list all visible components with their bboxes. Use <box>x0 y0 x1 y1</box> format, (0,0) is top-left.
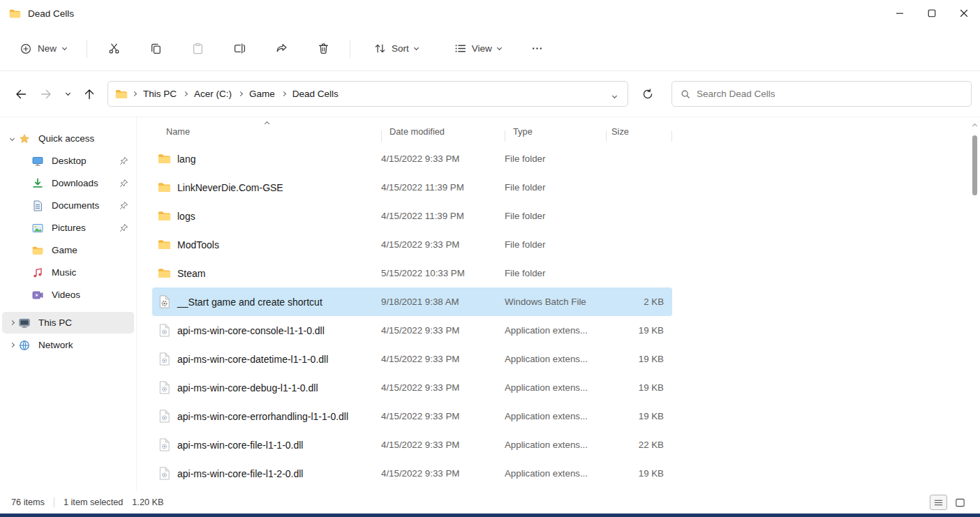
title-bar-left: Dead Cells <box>0 8 74 20</box>
address-row: This PC Acer (C:) Game Dead Cells <box>0 71 980 117</box>
scrollbar[interactable] <box>970 117 980 491</box>
file-date-modified: 4/15/2022 11:39 PM <box>381 182 505 193</box>
large-icons-view-button[interactable] <box>951 495 969 510</box>
more-options-button[interactable] <box>524 35 551 63</box>
selection-size: 1.20 KB <box>132 497 163 507</box>
address-bar[interactable]: This PC Acer (C:) Game Dead Cells <box>107 81 628 107</box>
details-view-button[interactable] <box>930 495 947 510</box>
sidebar-this-pc[interactable]: This PC <box>2 312 134 334</box>
file-row[interactable]: api-ms-win-core-console-l1-1-0.dll 4/15/… <box>152 316 672 345</box>
cut-icon <box>108 43 120 54</box>
minimize-button[interactable] <box>884 0 916 27</box>
refresh-button[interactable] <box>635 82 660 107</box>
file-row[interactable]: api-ms-win-core-debug-l1-1-0.dll 4/15/20… <box>152 373 672 402</box>
column-header-name[interactable]: Name <box>152 126 381 137</box>
chevron-down-icon <box>612 93 617 98</box>
copy-button[interactable] <box>142 35 170 63</box>
toolbar-divider <box>87 40 87 58</box>
file-type: Application extens... <box>505 382 606 393</box>
file-size: 19 KB <box>606 325 672 336</box>
close-icon <box>958 8 970 19</box>
view-button-label: View <box>472 43 492 54</box>
recent-locations-button[interactable] <box>59 82 77 107</box>
paste-icon <box>192 43 204 54</box>
file-type: File folder <box>505 239 606 250</box>
column-header-date-modified[interactable]: Date modified <box>381 126 505 137</box>
column-header-size[interactable]: Size <box>606 126 672 137</box>
sidebar-item[interactable]: Game <box>2 239 134 261</box>
file-row[interactable]: LinkNeverDie.Com-GSE 4/15/2022 11:39 PM … <box>152 173 672 202</box>
sidebar-quick-access[interactable]: Quick access <box>2 128 134 149</box>
rename-icon <box>234 43 246 54</box>
sidebar-item[interactable]: Music <box>2 262 134 283</box>
file-row[interactable]: api-ms-win-core-file-l1-1-0.dll 4/15/202… <box>152 430 672 459</box>
file-row[interactable]: logs 4/15/2022 11:39 PM File folder <box>152 202 672 230</box>
file-row[interactable]: api-ms-win-core-file-l1-2-0.dll 4/15/202… <box>152 459 672 488</box>
column-header-type[interactable]: Type <box>505 126 606 137</box>
share-button[interactable] <box>267 35 295 63</box>
file-row[interactable]: __Start game and create shortcut 9/18/20… <box>152 287 672 316</box>
file-row[interactable]: api-ms-win-core-errorhandling-l1-1-0.dll… <box>152 402 672 430</box>
sidebar-network[interactable]: Network <box>2 334 134 356</box>
sidebar-item-label: Music <box>52 267 76 278</box>
paste-button[interactable] <box>184 35 211 63</box>
trash-icon <box>318 43 329 54</box>
sort-button[interactable]: Sort <box>366 36 426 61</box>
chevron-right-icon[interactable] <box>10 320 15 325</box>
back-button[interactable] <box>8 82 34 107</box>
new-button[interactable]: New <box>11 37 75 61</box>
file-icon <box>158 295 171 308</box>
pin-icon <box>119 201 128 210</box>
address-dropdown-button[interactable] <box>609 89 621 100</box>
breadcrumb-item[interactable]: Acer (C:) <box>179 86 234 102</box>
file-row[interactable]: Steam 5/15/2022 10:33 PM File folder <box>152 259 672 287</box>
sidebar-item-label: Documents <box>52 200 99 211</box>
search-input[interactable] <box>697 89 963 99</box>
sidebar-item-label: Videos <box>52 290 80 300</box>
plus-circle-icon <box>20 43 31 54</box>
breadcrumb-item[interactable]: Dead Cells <box>277 86 341 102</box>
file-name-cell: api-ms-win-core-errorhandling-l1-1-0.dll <box>152 410 381 423</box>
taskbar-edge <box>0 514 980 517</box>
maximize-button[interactable] <box>916 0 948 27</box>
forward-button[interactable] <box>34 82 59 107</box>
file-type: File folder <box>505 182 606 193</box>
scroll-up-icon[interactable] <box>972 123 977 128</box>
scrollbar-thumb[interactable] <box>972 135 977 195</box>
file-type: Application extens... <box>505 354 606 364</box>
sidebar-item[interactable]: Desktop <box>2 150 134 172</box>
breadcrumb-item[interactable]: Game <box>234 86 277 102</box>
cut-button[interactable] <box>100 35 128 63</box>
chevron-right-icon <box>132 91 137 96</box>
file-name-cell: api-ms-win-core-file-l1-2-0.dll <box>152 467 381 480</box>
file-date-modified: 4/15/2022 11:39 PM <box>381 211 505 221</box>
file-icon <box>158 209 171 223</box>
file-name: api-ms-win-core-file-l1-2-0.dll <box>177 468 303 479</box>
file-row[interactable]: lang 4/15/2022 9:33 PM File folder <box>152 144 672 173</box>
status-bar: 76 items 1 item selected 1.20 KB <box>0 491 980 514</box>
breadcrumb-item[interactable]: This PC <box>128 86 179 102</box>
delete-button[interactable] <box>309 35 337 63</box>
file-name-cell: logs <box>152 209 381 223</box>
file-name-cell: lang <box>152 152 381 165</box>
view-button[interactable]: View <box>446 36 510 61</box>
sidebar-item[interactable]: Downloads <box>2 172 134 194</box>
sidebar-item-label: Downloads <box>52 178 98 188</box>
sidebar-item[interactable]: Videos <box>2 284 134 306</box>
file-name-cell: api-ms-win-core-file-l1-1-0.dll <box>152 438 381 451</box>
sidebar-item[interactable]: Pictures <box>2 217 134 239</box>
sidebar-item[interactable]: Documents <box>2 195 134 216</box>
chevron-down-icon[interactable] <box>10 136 15 141</box>
file-row[interactable]: api-ms-win-core-datetime-l1-1-0.dll 4/15… <box>152 345 672 373</box>
sort-button-label: Sort <box>392 43 409 54</box>
status-divider <box>54 497 54 507</box>
file-row[interactable]: ModTools 4/15/2022 9:33 PM File folder <box>152 230 672 259</box>
close-button[interactable] <box>948 0 980 27</box>
rename-button[interactable] <box>225 35 253 63</box>
file-name: __Start game and create shortcut <box>177 297 322 308</box>
up-button[interactable] <box>77 82 102 107</box>
search-box[interactable] <box>671 81 972 107</box>
chevron-right-icon[interactable] <box>10 343 15 347</box>
chevron-down-icon <box>497 45 502 50</box>
quick-access-star-icon <box>19 133 30 144</box>
